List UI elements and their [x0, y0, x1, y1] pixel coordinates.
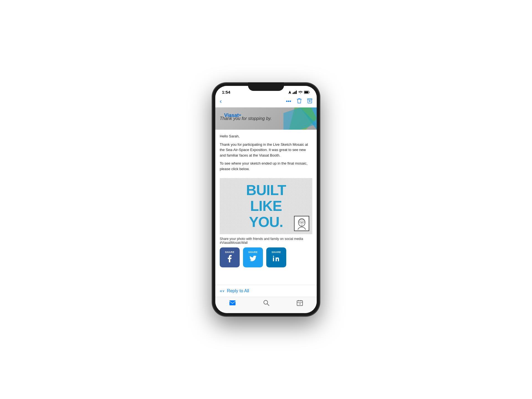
nav-calendar-button[interactable]: 13: [297, 300, 303, 308]
svg-rect-5: [305, 91, 308, 93]
share-text: Share your photo with friends and family…: [215, 237, 317, 247]
twitter-share-label: SHARE: [248, 251, 258, 254]
facebook-icon: [226, 255, 234, 264]
reply-chevron-icon: ∨: [222, 289, 225, 293]
svg-rect-6: [308, 99, 312, 100]
body-paragraph-1: Thank you for participating in the Live …: [220, 142, 312, 158]
mosaic-line-1: BUILT: [246, 182, 286, 198]
brand-logo: Viasatᵂ: [224, 112, 241, 118]
svg-rect-1: [294, 92, 295, 94]
phone-screen: 1:54: [215, 86, 317, 313]
mosaic-line-2: LIKE: [246, 198, 286, 214]
linkedin-share-label: SHARE: [272, 251, 281, 254]
email-banner: Thank you for stopping by. Viasatᵂ: [215, 108, 317, 130]
nav-mail-button[interactable]: [229, 300, 236, 307]
linkedin-share-button[interactable]: SHARE: [266, 247, 286, 267]
greeting: Hello Sarah,: [220, 134, 312, 139]
trash-button[interactable]: [297, 98, 302, 105]
svg-rect-14: [229, 300, 236, 305]
reply-arrows: « ∨: [220, 288, 225, 293]
reply-all-icon: «: [220, 288, 222, 293]
notch: [248, 83, 284, 91]
status-time: 1:54: [222, 90, 230, 94]
facebook-share-label: SHARE: [225, 251, 234, 254]
nav-search-button[interactable]: [263, 300, 269, 308]
svg-rect-2: [295, 91, 296, 94]
mosaic-line-3: YOU.: [246, 214, 286, 230]
twitter-share-button[interactable]: SHARE: [243, 247, 263, 267]
battery-icon: [304, 91, 310, 94]
reply-bar[interactable]: « ∨ Reply to All: [215, 285, 317, 297]
svg-rect-3: [296, 91, 297, 94]
facebook-share-button[interactable]: SHARE: [220, 247, 240, 267]
twitter-icon: [249, 255, 257, 264]
body-paragraph-2: To see where your sketch ended up in the…: [220, 161, 312, 172]
social-buttons: SHARE SHARE SHARE: [215, 247, 317, 272]
svg-text:13: 13: [299, 303, 301, 305]
reply-all-label[interactable]: Reply to All: [227, 288, 249, 293]
wifi-icon: [298, 91, 303, 94]
more-button[interactable]: •••: [286, 99, 291, 104]
mosaic-text: BUILT LIKE YOU.: [246, 182, 286, 230]
email-body: Hello Sarah, Thank you for participating…: [215, 130, 317, 178]
back-button[interactable]: ‹: [220, 98, 222, 105]
archive-button[interactable]: [307, 98, 312, 105]
bottom-nav: 13: [215, 297, 317, 313]
mosaic-background: BUILT LIKE YOU.: [220, 178, 312, 234]
email-toolbar: ‹ •••: [215, 96, 317, 108]
portrait-sketch: [295, 217, 308, 230]
portrait-box: [294, 216, 309, 231]
signal-icon: [293, 91, 297, 94]
mosaic-image[interactable]: BUILT LIKE YOU.: [220, 178, 312, 234]
toolbar-actions: •••: [286, 98, 312, 105]
location-icon: [288, 91, 291, 94]
phone-device: 1:54: [212, 83, 320, 316]
svg-line-16: [267, 304, 269, 306]
svg-rect-0: [293, 93, 293, 94]
status-icons: [288, 91, 310, 94]
email-content: Thank you for stopping by. Viasatᵂ Hell: [215, 108, 317, 285]
linkedin-icon: [272, 255, 280, 264]
